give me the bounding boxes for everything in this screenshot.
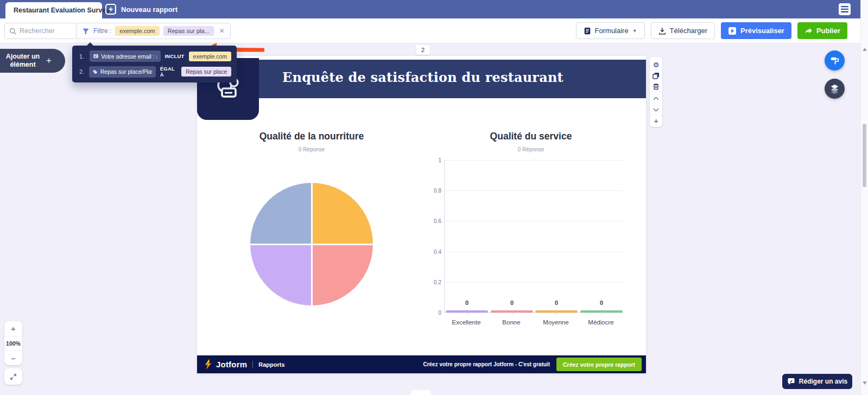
review-bubble-icon [787,378,795,385]
report-page: Enquête de satisfaction du restaurant Qu… [197,56,646,373]
zoom-out-button[interactable]: − [4,351,22,365]
zoom-in-button[interactable]: + [4,321,22,336]
filter-row-1[interactable]: 1. Votre adresse email : (fa... INCLUT e… [72,50,237,62]
jotform-brand[interactable]: Jotform [216,360,247,369]
toolbar: Filtre : exemple.com Repas sur pla... ✕ … [0,18,868,43]
bar-value-label: 0 [491,300,533,306]
hamburger-menu-icon[interactable] [839,3,851,15]
add-element-button[interactable]: Ajouter un élément + [0,49,65,73]
create-report-button[interactable]: Créez votre propre rapport [556,358,642,371]
gridline [445,282,623,283]
filter-chip-email[interactable]: exemple.com [115,26,159,36]
download-button[interactable]: Télécharger [651,22,715,39]
bar-chart-title: Qualité du service [425,131,637,142]
gridline [445,160,623,161]
settings-gear-icon[interactable]: ⚙ [653,60,660,70]
bar-bonne[interactable]: 0 [491,310,533,313]
bar-value-label: 0 [535,300,578,306]
filter-field-pill[interactable]: Repas sur place/Plats à ... [89,66,156,78]
x-axis-tickmark [601,313,602,315]
filter-funnel-icon [82,28,90,35]
tab-new-report[interactable]: + Nouveau rapport [105,0,178,18]
chevron-down-icon[interactable] [653,105,659,115]
bar-chart-plot[interactable]: 1 0.8 0.6 0.4 0.2 0 0 0 0 0 [444,160,623,313]
y-axis-tick: 0.4 [427,249,441,255]
bar [535,310,578,313]
duplicate-icon[interactable] [652,71,660,81]
page-number-badge: 2 [416,45,430,55]
filter-field-pill[interactable]: Votre adresse email : (fa... [90,50,161,62]
filter-chip-meal[interactable]: Repas sur pla... [163,26,214,36]
publish-button[interactable]: Publier [797,22,847,39]
gridline [445,221,623,221]
scroll-up-arrow-icon[interactable] [863,48,867,51]
pie-chart-header: Qualité de la nourriture 0 Réponse [201,131,422,152]
report-title: Enquête de satisfaction du restaurant [282,69,563,85]
add-icon[interactable]: + [654,116,658,126]
publish-button-label: Publier [816,27,840,35]
bar-chart-header: Qualité du service 0 Réponse [425,131,637,152]
scrollbar-thumb[interactable] [863,124,866,187]
y-axis-tick: 0 [427,310,441,316]
pie-chart-subtitle: 0 Réponse [201,146,422,152]
toolbar-buttons: Formulaire ▼ Télécharger Prévisualiser [576,22,847,39]
filter-value-chip[interactable]: Repas sur place [181,67,231,77]
publish-arrow-icon [804,27,813,35]
bar-mediocre[interactable]: 0 [580,310,623,313]
chevron-down-icon: ▼ [632,28,637,34]
next-page-badge [411,390,430,395]
x-axis-label: Médiocre [574,319,628,326]
filter-close-icon[interactable]: ✕ [219,27,225,35]
design-paint-roller-button[interactable] [825,50,845,71]
bar-moyenne[interactable]: 0 [535,310,578,313]
search-box[interactable] [4,23,77,39]
filter-operator: ÉGAL À [160,66,177,78]
filter-bar[interactable]: Filtre : exemple.com Repas sur pla... ✕ [76,23,231,39]
bar [491,310,533,313]
pie-chart[interactable] [250,183,373,305]
divider [252,361,253,368]
jotform-logo-icon [204,359,213,369]
bar [446,310,488,313]
element-add-panel: + [650,114,662,127]
preview-button-label: Prévisualiser [740,27,784,35]
chevron-up-icon[interactable] [653,93,659,104]
play-icon [728,27,737,35]
pie-chart-title: Qualité de la nourriture [201,131,422,142]
y-axis-tick: 0.8 [427,188,441,194]
y-axis-tick: 0.6 [427,218,441,224]
plus-icon: + [105,4,116,15]
fullscreen-expand-button[interactable] [4,368,22,385]
search-input[interactable] [20,27,71,35]
app-root: Restaurant Evaluation Survey + Nouveau r… [0,0,868,395]
element-actions-panel: ⚙ [650,57,662,94]
preview-button[interactable]: Prévisualiser [721,22,791,39]
filter-value-chip[interactable]: exemple.com [189,52,231,61]
zoom-controls: + 100% − [4,321,22,365]
new-report-label: Nouveau rapport [121,5,178,14]
y-axis-tick: 1 [427,157,441,163]
download-button-label: Télécharger [670,27,707,35]
tag-icon [93,69,98,75]
report-footer: Jotform Rapports Créez votre propre rapp… [197,355,646,373]
trash-icon[interactable] [652,81,660,92]
layers-icon [829,84,840,94]
filter-row-2[interactable]: 2. Repas sur place/Plats à ... ÉGAL À Re… [72,66,237,78]
write-review-label: Rédiger un avis [799,378,847,385]
expand-arrows-icon [10,373,17,380]
tab-active-report[interactable]: Restaurant Evaluation Survey [5,2,102,18]
layers-button[interactable] [825,79,845,99]
bar-excellente[interactable]: 0 [446,310,488,313]
paint-roller-icon [830,56,840,66]
scroll-down-arrow-icon[interactable] [863,381,867,385]
plus-icon: + [46,55,52,66]
short-text-field-icon [93,53,98,59]
write-review-button[interactable]: Rédiger un avis [782,374,852,389]
form-button[interactable]: Formulaire ▼ [576,22,645,39]
filter-dropdown-panel: 1. Votre adresse email : (fa... INCLUT e… [72,46,237,82]
bar-value-label: 0 [446,300,488,306]
vertical-scrollbar[interactable] [860,0,868,395]
search-icon [9,28,16,35]
add-element-label: Ajouter un élément [0,53,46,69]
form-document-icon [584,27,591,35]
